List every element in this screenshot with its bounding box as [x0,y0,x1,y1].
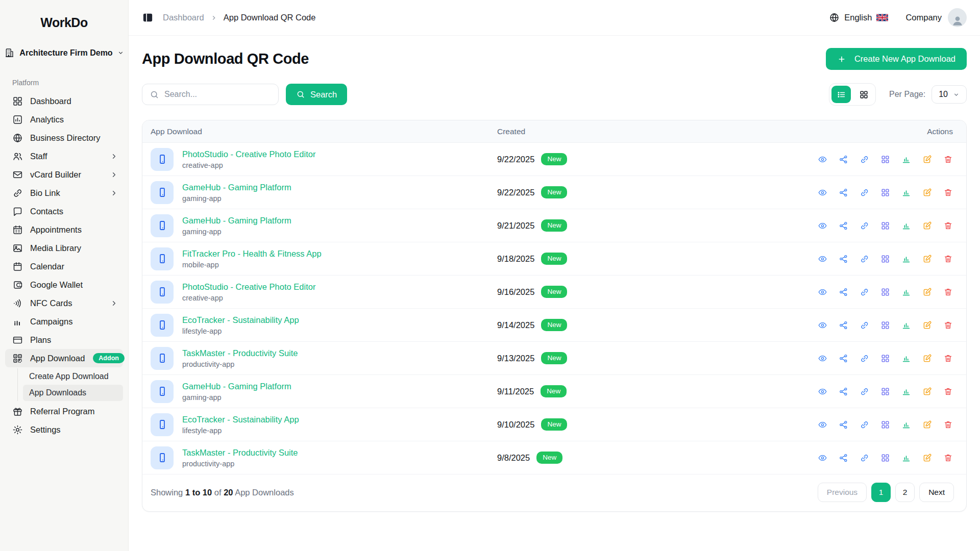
analytics-icon[interactable] [901,287,911,297]
delete-icon[interactable] [943,387,953,396]
view-icon[interactable] [818,254,827,264]
copy-link-icon[interactable] [860,254,869,264]
qr-code-icon[interactable] [880,420,890,430]
share-icon[interactable] [839,254,848,264]
per-page-select[interactable]: 10 [932,85,967,104]
sidebar-item-analytics[interactable]: Analytics [5,110,123,129]
sidebar-item-app-download[interactable]: App Download Addon [5,349,123,367]
analytics-icon[interactable] [901,420,911,430]
analytics-icon[interactable] [901,387,911,396]
qr-code-icon[interactable] [880,354,890,363]
qr-code-icon[interactable] [880,453,890,463]
share-icon[interactable] [839,221,848,231]
app-download-name-link[interactable]: GameHub - Gaming Platform [182,216,291,226]
app-download-name-link[interactable]: PhotoStudio - Creative Photo Editor [182,149,315,159]
app-download-name-link[interactable]: TaskMaster - Productivity Suite [182,348,298,358]
edit-icon[interactable] [922,320,932,330]
app-download-name-link[interactable]: PhotoStudio - Creative Photo Editor [182,282,315,292]
app-download-name-link[interactable]: EcoTracker - Sustainability App [182,315,299,325]
edit-icon[interactable] [922,155,932,164]
share-icon[interactable] [839,188,848,197]
edit-icon[interactable] [922,453,932,463]
account-menu[interactable]: Company [905,8,967,27]
copy-link-icon[interactable] [860,287,869,297]
copy-link-icon[interactable] [860,188,869,197]
copy-link-icon[interactable] [860,155,869,164]
share-icon[interactable] [839,354,848,363]
copy-link-icon[interactable] [860,420,869,430]
sidebar-toggle-icon[interactable] [142,12,154,23]
qr-code-icon[interactable] [880,188,890,197]
sidebar-subitem-create-app-download[interactable]: Create App Download [23,368,123,385]
delete-icon[interactable] [943,320,953,330]
sidebar-item-bio-link[interactable]: Bio Link [5,184,123,202]
search-button[interactable]: Search [286,84,347,105]
analytics-icon[interactable] [901,453,911,463]
delete-icon[interactable] [943,354,953,363]
share-icon[interactable] [839,320,848,330]
create-new-app-download-button[interactable]: Create New App Download [826,48,967,70]
app-download-name-link[interactable]: EcoTracker - Sustainability App [182,415,299,424]
sidebar-item-vcard-builder[interactable]: vCard Builder [5,165,123,184]
edit-icon[interactable] [922,420,932,430]
app-download-name-link[interactable]: FitTracker Pro - Health & Fitness App [182,249,322,259]
view-icon[interactable] [818,155,827,164]
view-icon[interactable] [818,354,827,363]
copy-link-icon[interactable] [860,354,869,363]
delete-icon[interactable] [943,155,953,164]
breadcrumb-dashboard-link[interactable]: Dashboard [163,13,204,22]
view-icon[interactable] [818,320,827,330]
app-download-name-link[interactable]: TaskMaster - Productivity Suite [182,448,298,458]
qr-code-icon[interactable] [880,254,890,264]
sidebar-item-dashboard[interactable]: Dashboard [5,92,123,110]
app-download-name-link[interactable]: GameHub - Gaming Platform [182,183,291,192]
sidebar-item-staff[interactable]: Staff [5,147,123,165]
edit-icon[interactable] [922,287,932,297]
delete-icon[interactable] [943,221,953,231]
qr-code-icon[interactable] [880,320,890,330]
qr-code-icon[interactable] [880,221,890,231]
view-icon[interactable] [818,287,827,297]
qr-code-icon[interactable] [880,155,890,164]
delete-icon[interactable] [943,188,953,197]
qr-code-icon[interactable] [880,387,890,396]
edit-icon[interactable] [922,354,932,363]
sidebar-item-google-wallet[interactable]: Google Wallet [5,276,123,294]
copy-link-icon[interactable] [860,221,869,231]
delete-icon[interactable] [943,420,953,430]
view-icon[interactable] [818,387,827,396]
analytics-icon[interactable] [901,221,911,231]
search-input[interactable] [164,90,271,99]
app-download-name-link[interactable]: GameHub - Gaming Platform [182,382,291,391]
list-view-button[interactable] [831,86,851,103]
share-icon[interactable] [839,287,848,297]
sidebar-item-contacts[interactable]: Contacts [5,202,123,220]
edit-icon[interactable] [922,387,932,396]
view-icon[interactable] [818,453,827,463]
copy-link-icon[interactable] [860,320,869,330]
previous-page-button[interactable]: Previous [818,483,867,502]
sidebar-item-campaigns[interactable]: Campaigns [5,312,123,331]
share-icon[interactable] [839,420,848,430]
page-1-button[interactable]: 1 [871,483,891,502]
analytics-icon[interactable] [901,254,911,264]
analytics-icon[interactable] [901,354,911,363]
delete-icon[interactable] [943,254,953,264]
edit-icon[interactable] [922,254,932,264]
copy-link-icon[interactable] [860,387,869,396]
analytics-icon[interactable] [901,155,911,164]
delete-icon[interactable] [943,453,953,463]
view-icon[interactable] [818,420,827,430]
share-icon[interactable] [839,453,848,463]
analytics-icon[interactable] [901,320,911,330]
next-page-button[interactable]: Next [919,483,954,502]
delete-icon[interactable] [943,287,953,297]
sidebar-item-business-directory[interactable]: Business Directory [5,129,123,147]
edit-icon[interactable] [922,188,932,197]
sidebar-item-calendar[interactable]: Calendar [5,257,123,276]
share-icon[interactable] [839,155,848,164]
sidebar-item-appointments[interactable]: Appointments [5,220,123,239]
sidebar-item-settings[interactable]: Settings [5,420,123,439]
grid-view-button[interactable] [854,86,873,103]
copy-link-icon[interactable] [860,453,869,463]
